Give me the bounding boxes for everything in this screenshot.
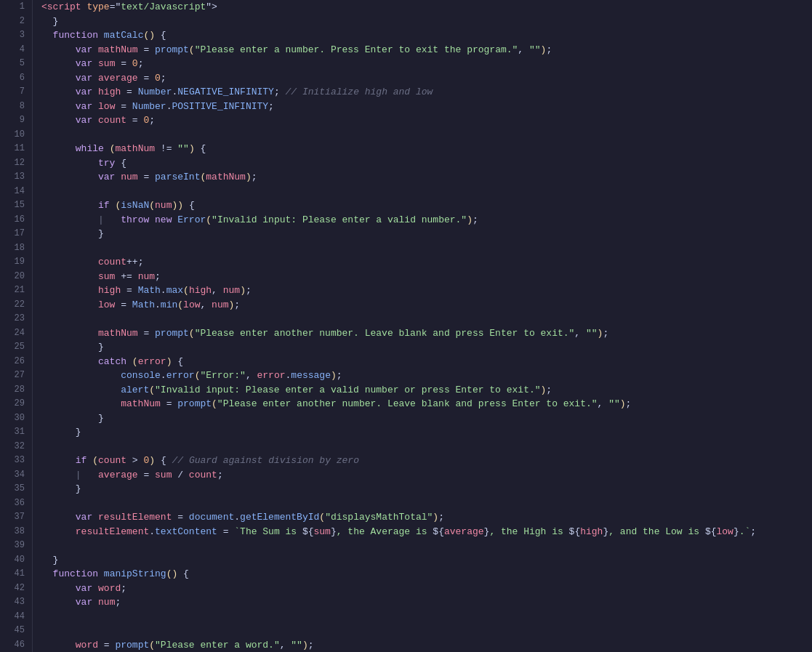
code-line-24: mathNum = prompt("Please enter another n… [41,326,812,341]
code-line-45 [41,624,812,638]
ln-3: 3 [0,28,25,43]
code-line-40: } [41,553,812,568]
code-line-4: var mathNum = prompt("Please enter a num… [41,43,812,57]
code-line-33: if (count > 0) { // Guard against divisi… [41,454,812,468]
code-line-1: <script type="text/Javascript"> [41,0,812,15]
ln-29: 29 [0,397,25,411]
ln-14: 14 [0,185,25,199]
ln-1: 1 [0,0,25,15]
ln-2: 2 [0,15,25,29]
ln-26: 26 [0,355,25,369]
code-line-18 [41,241,812,256]
code-line-41: function manipString() { [41,567,812,581]
ln-35: 35 [0,482,25,496]
ln-46: 46 [0,638,25,653]
ln-19: 19 [0,255,25,270]
code-line-42: var word; [41,581,812,596]
ln-27: 27 [0,369,25,383]
editor-container: 1 2 3 4 5 6 7 8 9 10 11 12 13 14 15 16 1… [0,0,812,652]
ln-6: 6 [0,71,25,86]
ln-43: 43 [0,595,25,610]
ln-36: 36 [0,496,25,511]
ln-39: 39 [0,539,25,553]
ln-13: 13 [0,170,25,185]
ln-22: 22 [0,298,25,313]
ln-34: 34 [0,468,25,483]
ln-40: 40 [0,553,25,568]
ln-15: 15 [0,198,25,213]
code-line-22: low = Math.min(low, num); [41,298,812,313]
code-line-11: while (mathNum != "") { [41,142,812,156]
code-line-25: } [41,340,812,355]
code-line-6: var average = 0; [41,71,812,86]
ln-28: 28 [0,383,25,398]
code-line-21: high = Math.max(high, num); [41,283,812,298]
ln-10: 10 [0,128,25,142]
code-line-16: | throw new Error("Invalid input: Please… [41,213,812,228]
code-line-8: var low = Number.POSITIVE_INFINITY; [41,100,812,114]
code-line-19: count++; [41,255,812,270]
ln-23: 23 [0,312,25,326]
ln-20: 20 [0,270,25,284]
ln-12: 12 [0,156,25,171]
ln-8: 8 [0,100,25,114]
ln-18: 18 [0,241,25,256]
code-line-15: if (isNaN(num)) { [41,198,812,213]
code-line-29: mathNum = prompt("Please enter another n… [41,397,812,411]
code-line-7: var high = Number.NEGATIVE_INFINITY; // … [41,85,812,100]
ln-25: 25 [0,340,25,355]
line-numbers: 1 2 3 4 5 6 7 8 9 10 11 12 13 14 15 16 1… [0,0,33,652]
code-line-20: sum += num; [41,270,812,284]
code-line-36 [41,496,812,511]
ln-16: 16 [0,213,25,228]
code-line-23 [41,312,812,326]
ln-9: 9 [0,113,25,128]
ln-30: 30 [0,411,25,426]
code-line-27: console.error("Error:", error.message); [41,369,812,383]
code-line-14 [41,185,812,199]
code-line-30: } [41,411,812,426]
code-line-44 [41,610,812,624]
ln-4: 4 [0,43,25,57]
ln-11: 11 [0,142,25,156]
code-line-35: } [41,482,812,496]
code-line-32 [41,440,812,454]
ln-41: 41 [0,567,25,581]
ln-44: 44 [0,610,25,624]
code-line-5: var sum = 0; [41,57,812,71]
code-line-28: alert("Invalid input: Please enter a val… [41,383,812,398]
ln-38: 38 [0,525,25,539]
code-line-3: function matCalc() { [41,28,812,43]
code-line-37: var resultElement = document.getElementB… [41,510,812,525]
ln-17: 17 [0,227,25,241]
code-line-46: word = prompt("Please enter a word.", ""… [41,638,812,653]
ln-7: 7 [0,85,25,100]
ln-21: 21 [0,283,25,298]
code-line-43: var num; [41,595,812,610]
code-line-34: | average = sum / count; [41,468,812,483]
ln-37: 37 [0,510,25,525]
code-line-2: } [41,15,812,29]
ln-24: 24 [0,326,25,341]
ln-33: 33 [0,454,25,468]
code-line-9: var count = 0; [41,113,812,128]
code-line-26: catch (error) { [41,355,812,369]
code-line-31: } [41,425,812,440]
code-line-38: resultElement.textContent = `The Sum is … [41,525,812,539]
ln-42: 42 [0,581,25,596]
code-line-39 [41,539,812,553]
code-line-13: var num = parseInt(mathNum); [41,170,812,185]
ln-5: 5 [0,57,25,71]
ln-32: 32 [0,440,25,454]
code-line-10 [41,128,812,142]
code-area[interactable]: <script type="text/Javascript"> } functi… [33,0,812,652]
code-line-12: try { [41,156,812,171]
ln-31: 31 [0,425,25,440]
ln-45: 45 [0,624,25,638]
code-line-17: } [41,227,812,241]
